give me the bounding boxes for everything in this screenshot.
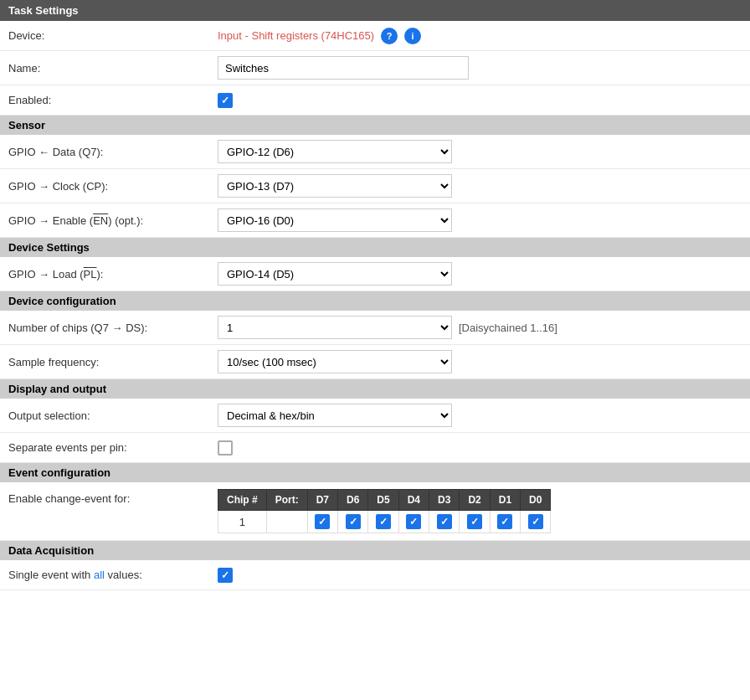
- chip-num: 1: [218, 511, 267, 533]
- name-row: Name:: [0, 51, 750, 85]
- enabled-checkbox[interactable]: [218, 93, 233, 108]
- output-selection-control: Decimal & hex/bin Decimal only Hex/bin o…: [218, 404, 742, 427]
- col-d6: D6: [338, 490, 368, 511]
- task-settings-header: Task Settings: [0, 0, 750, 21]
- output-selection-label: Output selection:: [8, 409, 218, 422]
- display-section-header: Display and output: [0, 379, 750, 399]
- single-event-after: values:: [108, 569, 142, 581]
- num-chips-select[interactable]: 1 2 3 4: [218, 316, 452, 339]
- gpio-clock-row: GPIO → Clock (CP): GPIO-12 (D6) GPIO-13 …: [0, 169, 750, 203]
- col-chip: Chip #: [218, 490, 267, 511]
- d6-cell: [338, 511, 368, 533]
- sample-freq-label: Sample frequency:: [8, 356, 218, 368]
- d3-cell: [429, 511, 460, 533]
- separate-events-checkbox[interactable]: [218, 440, 233, 456]
- single-event-label: Single event with all values:: [8, 569, 218, 581]
- info-badge[interactable]: i: [404, 28, 421, 44]
- col-d5: D5: [368, 490, 398, 511]
- col-d2: D2: [460, 490, 490, 511]
- separate-events-row: Separate events per pin:: [0, 433, 750, 463]
- device-value[interactable]: Input - Shift registers (74HC165): [218, 29, 374, 42]
- num-chips-row: Number of chips (Q7 → DS): 1 2 3 4 [Dais…: [0, 311, 750, 345]
- col-d7: D7: [307, 490, 337, 511]
- name-control: [218, 56, 742, 80]
- device-control: Input - Shift registers (74HC165) ? i: [218, 28, 742, 44]
- event-table-container: Chip # Port: D7 D6 D5 D4 D3 D2 D1 D0 1: [218, 489, 551, 533]
- gpio-data-select[interactable]: GPIO-12 (D6) GPIO-13 (D7) GPIO-14 (D5) G…: [218, 140, 452, 163]
- d3-checkbox[interactable]: [437, 514, 452, 529]
- gpio-enable-control: GPIO-12 (D6) GPIO-13 (D7) GPIO-14 (D5) G…: [218, 208, 742, 232]
- gpio-data-control: GPIO-12 (D6) GPIO-13 (D7) GPIO-14 (D5) G…: [218, 140, 742, 163]
- col-d4: D4: [398, 490, 429, 511]
- enabled-row: Enabled:: [0, 85, 750, 116]
- d6-checkbox[interactable]: [346, 514, 361, 529]
- daisy-note: [Daisychained 1..16]: [459, 322, 557, 334]
- gpio-enable-row: GPIO → Enable (EN) (opt.): GPIO-12 (D6) …: [0, 203, 750, 238]
- gpio-load-control: GPIO-12 (D6) GPIO-13 (D7) GPIO-14 (D5) G…: [218, 262, 742, 286]
- d1-checkbox[interactable]: [497, 514, 512, 529]
- enabled-control: [218, 93, 742, 108]
- event-config-header: Event configuration: [0, 463, 750, 482]
- event-change-label: Enable change-event for:: [8, 489, 218, 505]
- gpio-load-row: GPIO → Load (PL): GPIO-12 (D6) GPIO-13 (…: [0, 257, 750, 291]
- d4-checkbox[interactable]: [406, 514, 421, 529]
- event-table-row-1: 1: [218, 511, 551, 533]
- output-selection-select[interactable]: Decimal & hex/bin Decimal only Hex/bin o…: [218, 404, 452, 427]
- num-chips-control: 1 2 3 4 [Daisychained 1..16]: [218, 316, 742, 339]
- col-d3: D3: [429, 490, 460, 511]
- gpio-load-select[interactable]: GPIO-12 (D6) GPIO-13 (D7) GPIO-14 (D5) G…: [218, 262, 452, 286]
- data-acquisition-header: Data Acquisition: [0, 541, 750, 560]
- single-event-control: [218, 568, 742, 583]
- single-event-all: all: [94, 569, 105, 581]
- name-label: Name:: [8, 62, 218, 75]
- gpio-enable-select[interactable]: GPIO-12 (D6) GPIO-13 (D7) GPIO-14 (D5) G…: [218, 208, 452, 232]
- gpio-enable-label: GPIO → Enable (EN) (opt.):: [8, 214, 218, 227]
- d7-cell: [307, 511, 337, 533]
- d5-cell: [368, 511, 398, 533]
- separate-events-control: [218, 440, 742, 456]
- gpio-load-label: GPIO → Load (PL):: [8, 268, 218, 281]
- task-settings-container: Task Settings Device: Input - Shift regi…: [0, 0, 750, 590]
- single-event-row: Single event with all values:: [0, 560, 750, 590]
- sensor-section-header: Sensor: [0, 116, 750, 135]
- header-title: Task Settings: [8, 4, 79, 17]
- col-port: Port:: [266, 490, 307, 511]
- gpio-clock-select[interactable]: GPIO-12 (D6) GPIO-13 (D7) GPIO-14 (D5) G…: [218, 174, 452, 198]
- help-badge[interactable]: ?: [381, 28, 398, 44]
- device-config-header: Device configuration: [0, 291, 750, 311]
- d2-cell: [460, 511, 490, 533]
- d4-cell: [398, 511, 429, 533]
- d5-checkbox[interactable]: [376, 514, 391, 529]
- d1-cell: [490, 511, 520, 533]
- num-chips-label: Number of chips (Q7 → DS):: [8, 322, 218, 334]
- enabled-label: Enabled:: [8, 94, 218, 106]
- col-d0: D0: [521, 490, 551, 511]
- separate-events-label: Separate events per pin:: [8, 441, 218, 454]
- sample-freq-select[interactable]: 10/sec (100 msec) 1/sec (1000 msec) 2/se…: [218, 350, 452, 373]
- output-selection-row: Output selection: Decimal & hex/bin Deci…: [0, 399, 750, 433]
- single-event-with: with: [71, 569, 90, 581]
- sample-freq-row: Sample frequency: 10/sec (100 msec) 1/se…: [0, 345, 750, 379]
- col-d1: D1: [490, 490, 520, 511]
- device-row: Device: Input - Shift registers (74HC165…: [0, 21, 750, 51]
- d0-checkbox[interactable]: [528, 514, 543, 529]
- d0-cell: [521, 511, 551, 533]
- single-event-checkbox[interactable]: [218, 568, 233, 583]
- event-change-row: Enable change-event for: Chip # Port: D7…: [0, 482, 750, 541]
- gpio-data-row: GPIO ← Data (Q7): GPIO-12 (D6) GPIO-13 (…: [0, 135, 750, 169]
- sample-freq-control: 10/sec (100 msec) 1/sec (1000 msec) 2/se…: [218, 350, 742, 373]
- gpio-clock-label: GPIO → Clock (CP):: [8, 180, 218, 193]
- d7-checkbox[interactable]: [315, 514, 330, 529]
- port-cell: [266, 511, 307, 533]
- event-table: Chip # Port: D7 D6 D5 D4 D3 D2 D1 D0 1: [218, 489, 551, 533]
- device-label: Device:: [8, 29, 218, 42]
- single-event-text-before: Single event: [8, 569, 69, 581]
- gpio-data-label: GPIO ← Data (Q7):: [8, 146, 218, 158]
- name-input[interactable]: [218, 56, 469, 80]
- device-settings-header: Device Settings: [0, 238, 750, 257]
- gpio-clock-control: GPIO-12 (D6) GPIO-13 (D7) GPIO-14 (D5) G…: [218, 174, 742, 198]
- d2-checkbox[interactable]: [467, 514, 482, 529]
